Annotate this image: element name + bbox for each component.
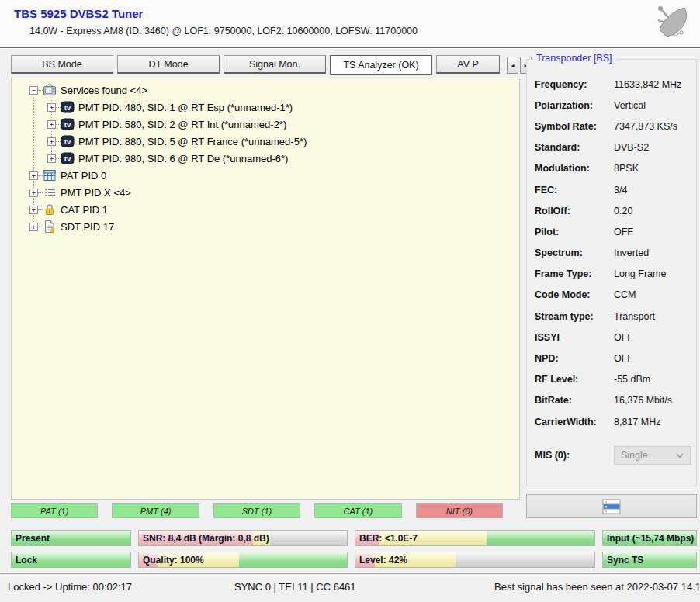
tree-item-label: CAT PID 1 (61, 204, 108, 216)
table-indicator-pmt-4: PMT (4) (112, 503, 199, 518)
field-value: 7347,873 KS/s (614, 121, 677, 132)
field-label: Code Mode: (535, 289, 614, 300)
signal-indicator-row-1: PresentSNR: 8,4 dB (Margin: 0,8 dB)BER: … (11, 530, 697, 546)
transponder-field: Stream type:Transport (527, 306, 696, 327)
table-indicator-row: PAT (1)PMT (4)SDT (1)CAT (1)NIT (0) (11, 503, 503, 518)
svg-text:tv: tv (64, 137, 71, 146)
tree-item[interactable]: +CAT PID 1 (12, 201, 519, 218)
field-label: Frame Type: (535, 268, 614, 279)
field-label: Stream type: (535, 311, 614, 322)
mis-value: Single (621, 450, 648, 461)
cat-lock-icon (43, 202, 57, 216)
signal-bar-input-15-74-mbps: Input (~15,74 Mbps) (602, 530, 697, 546)
signal-bar-label: Sync TS (607, 555, 643, 566)
transponder-groupbox: Transponder [BS] Frequency:11633,842 MHz… (526, 59, 697, 486)
sdt-doc-icon (43, 220, 57, 234)
field-label: Polarization: (535, 100, 614, 111)
field-value: 11633,842 MHz (614, 79, 681, 90)
show-tables-button[interactable] (526, 494, 697, 518)
svg-text:tv: tv (64, 103, 71, 112)
field-label: Symbol Rate: (535, 121, 614, 132)
chevron-down-icon (676, 453, 684, 458)
tab-av-p[interactable]: AV P (436, 55, 500, 74)
field-value: 0.20 (614, 206, 632, 216)
transponder-field: Spectrum:Inverted (527, 243, 696, 264)
signal-bar-label: Level: 42% (359, 555, 407, 566)
tree-item-label: PMT PID: 480, SID: 1 @ RT Esp (*unnamed-… (78, 102, 293, 113)
expand-toggle[interactable]: − (29, 86, 38, 95)
mis-dropdown[interactable]: Single (614, 446, 691, 465)
signal-bar-label: BER: <1.0E-7 (359, 533, 418, 544)
signal-bar-label: Quality: 100% (143, 555, 204, 566)
list-view-icon (602, 499, 621, 514)
transponder-subtitle: 14.0W - Express AM8 (ID: 3460) @ LOF1: 9… (29, 26, 418, 36)
transponder-field: FEC:3/4 (527, 179, 696, 200)
tree-item[interactable]: −Services found <4> (12, 81, 519, 99)
transponder-field: RollOff:0.20 (527, 200, 696, 221)
transponder-field: Symbol Rate:7347,873 KS/s (527, 116, 696, 137)
tree-item-label: PMT PID: 580, SID: 2 @ RT Int (*unnamed-… (78, 119, 286, 130)
tv-service-icon: tv (61, 117, 75, 131)
field-label: NPD: (535, 353, 614, 364)
expand-toggle[interactable]: + (29, 206, 38, 214)
field-value: Long Frame (614, 268, 666, 279)
transponder-field: CarrierWidth:8,817 MHz (527, 411, 696, 432)
tree-item[interactable]: +PAT PID 0 (12, 167, 519, 184)
tree-item[interactable]: +PMT PID X <4> (12, 184, 519, 201)
tab-label: BS Mode (42, 59, 81, 70)
field-value: -55 dBm (614, 374, 650, 385)
field-value: 8,817 MHz (614, 417, 660, 427)
tab-scroll-left-icon[interactable]: ◂ (507, 57, 518, 74)
tab-dt-mode[interactable]: DT Mode (117, 55, 220, 74)
tab-ts-analyzer-ok[interactable]: TS Analyzer (OK) (330, 55, 432, 75)
transponder-field: Code Mode:CCM (527, 285, 696, 306)
statusbar-best-signal: Best signal has been seen at 2022-03-07 … (494, 581, 700, 593)
table-indicator-nit-0: NIT (0) (416, 503, 503, 518)
services-tree: −Services found <4>+tvPMT PID: 480, SID:… (11, 78, 520, 500)
expand-toggle[interactable]: + (47, 103, 56, 112)
expand-toggle[interactable]: + (29, 189, 38, 197)
field-value: Inverted (614, 247, 649, 258)
tree-item-label: PMT PID: 980, SID: 6 @ RT De (*unnamed-6… (78, 153, 288, 164)
tab-label: AV P (457, 59, 479, 70)
expand-toggle[interactable]: + (47, 120, 56, 129)
tab-strip: BS ModeDT ModeSignal Mon.TS Analyzer (OK… (11, 55, 532, 76)
transponder-field: Frame Type:Long Frame (527, 264, 696, 285)
signal-bar-quality: Quality: 100% (138, 552, 348, 568)
tree-item[interactable]: +tvPMT PID: 480, SID: 1 @ RT Esp (*unnam… (12, 99, 519, 116)
signal-bar-label: Present (16, 533, 50, 544)
tab-label: DT Mode (148, 59, 188, 70)
statusbar-uptime: Locked -> Uptime: 00:02:17 (8, 581, 132, 593)
tree-item[interactable]: +tvPMT PID: 980, SID: 6 @ RT De (*unname… (12, 150, 519, 167)
signal-bar-sync-ts: Sync TS (602, 552, 697, 568)
transponder-field: NPD:OFF (527, 348, 696, 368)
expand-toggle[interactable]: + (47, 154, 56, 163)
tree-item[interactable]: +tvPMT PID: 580, SID: 2 @ RT Int (*unnam… (12, 116, 519, 133)
tab-signal-mon[interactable]: Signal Mon. (224, 55, 326, 74)
svg-text:tv: tv (64, 120, 71, 129)
tree-item-label: PMT PID: 880, SID: 5 @ RT France (*unnam… (78, 136, 307, 147)
transponder-rows: Frequency:11633,842 MHzPolarization:Vert… (527, 74, 696, 432)
signal-bar-present: Present (11, 530, 131, 546)
header: TBS 5925 DVBS2 Tuner 14.0W - Express AM8… (0, 0, 700, 48)
tree-item-label: SDT PID 17 (61, 221, 114, 233)
tree-item[interactable]: +tvPMT PID: 880, SID: 5 @ RT France (*un… (12, 133, 519, 150)
transponder-field: Standard:DVB-S2 (527, 137, 696, 158)
signal-bar-label: Lock (16, 555, 37, 566)
expand-toggle[interactable]: + (29, 171, 38, 180)
transponder-field: Modulation:8PSK (527, 158, 696, 179)
expand-toggle[interactable]: + (47, 137, 56, 146)
signal-indicator-row-2: LockQuality: 100%Level: 42%Sync TS (11, 552, 697, 568)
mis-label: MIS (0): (535, 450, 570, 461)
transponder-field: BitRate:16,376 Mbit/s (527, 390, 696, 411)
transponder-field: Pilot:OFF (527, 221, 696, 242)
tree-item-label: PMT PID X <4> (61, 187, 131, 199)
signal-bar-label: Input (~15,74 Mbps) (607, 533, 694, 544)
tab-bs-mode[interactable]: BS Mode (11, 55, 113, 74)
field-value: CCM (614, 289, 636, 300)
tree-item[interactable]: +SDT PID 17 (12, 218, 519, 235)
field-label: BitRate: (535, 395, 614, 406)
expand-toggle[interactable]: + (29, 223, 38, 231)
tab-label: Signal Mon. (249, 59, 300, 70)
tree-item-label: PAT PID 0 (61, 170, 106, 182)
